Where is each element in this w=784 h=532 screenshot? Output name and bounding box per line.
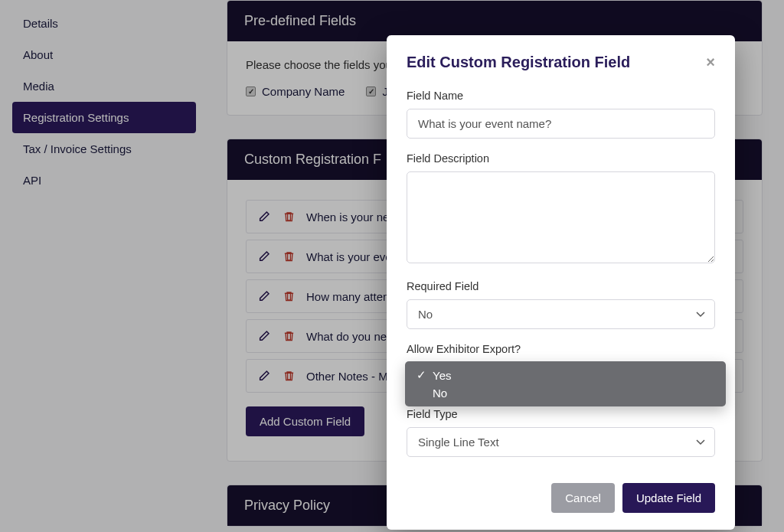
update-field-button[interactable]: Update Field <box>622 483 715 513</box>
option-label: No <box>433 387 447 400</box>
option-label: Yes <box>433 369 451 382</box>
edit-field-modal: Edit Custom Registration Field × Field N… <box>387 35 735 530</box>
field-description-textarea[interactable] <box>407 171 715 263</box>
field-type-label: Field Type <box>407 408 715 420</box>
allow-export-label: Allow Exhibitor Export? <box>407 343 715 355</box>
cancel-button[interactable]: Cancel <box>551 483 615 513</box>
allow-export-dropdown: ✓ Yes No <box>405 361 726 406</box>
required-field-select[interactable]: No <box>407 299 715 329</box>
field-name-label: Field Name <box>407 90 715 102</box>
modal-title: Edit Custom Registration Field <box>407 54 630 71</box>
field-type-select[interactable]: Single Line Text <box>407 427 715 457</box>
dropdown-option-no[interactable]: No <box>405 384 726 402</box>
field-description-label: Field Description <box>407 152 715 165</box>
required-field-label: Required Field <box>407 280 715 292</box>
check-icon: ✓ <box>416 368 426 382</box>
dropdown-option-yes[interactable]: ✓ Yes <box>405 366 726 384</box>
close-icon[interactable]: × <box>706 54 715 71</box>
field-name-input[interactable] <box>407 109 715 139</box>
